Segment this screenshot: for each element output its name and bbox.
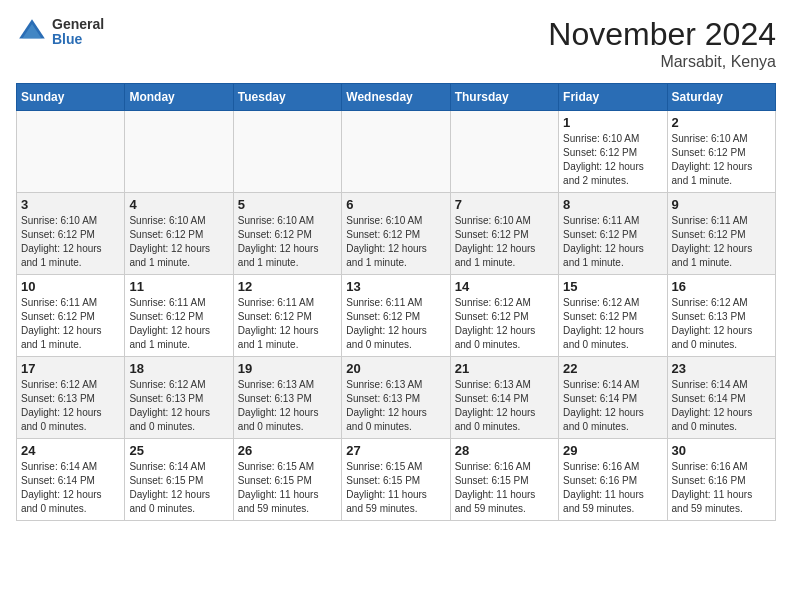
day-number: 2 (672, 115, 771, 130)
day-number: 25 (129, 443, 228, 458)
day-info: Sunrise: 6:13 AM Sunset: 6:14 PM Dayligh… (455, 378, 554, 434)
weekday-thursday: Thursday (450, 84, 558, 111)
day-cell (125, 111, 233, 193)
day-info: Sunrise: 6:14 AM Sunset: 6:15 PM Dayligh… (129, 460, 228, 516)
day-number: 7 (455, 197, 554, 212)
day-number: 8 (563, 197, 662, 212)
day-cell: 8Sunrise: 6:11 AM Sunset: 6:12 PM Daylig… (559, 193, 667, 275)
day-cell: 22Sunrise: 6:14 AM Sunset: 6:14 PM Dayli… (559, 357, 667, 439)
day-number: 4 (129, 197, 228, 212)
day-number: 18 (129, 361, 228, 376)
day-cell: 7Sunrise: 6:10 AM Sunset: 6:12 PM Daylig… (450, 193, 558, 275)
day-cell: 21Sunrise: 6:13 AM Sunset: 6:14 PM Dayli… (450, 357, 558, 439)
day-number: 17 (21, 361, 120, 376)
day-info: Sunrise: 6:15 AM Sunset: 6:15 PM Dayligh… (346, 460, 445, 516)
day-info: Sunrise: 6:11 AM Sunset: 6:12 PM Dayligh… (129, 296, 228, 352)
day-number: 5 (238, 197, 337, 212)
day-cell: 23Sunrise: 6:14 AM Sunset: 6:14 PM Dayli… (667, 357, 775, 439)
day-cell: 13Sunrise: 6:11 AM Sunset: 6:12 PM Dayli… (342, 275, 450, 357)
logo: General Blue (16, 16, 104, 48)
weekday-header-row: SundayMondayTuesdayWednesdayThursdayFrid… (17, 84, 776, 111)
week-row-2: 3Sunrise: 6:10 AM Sunset: 6:12 PM Daylig… (17, 193, 776, 275)
day-info: Sunrise: 6:12 AM Sunset: 6:13 PM Dayligh… (129, 378, 228, 434)
day-info: Sunrise: 6:13 AM Sunset: 6:13 PM Dayligh… (238, 378, 337, 434)
day-cell: 6Sunrise: 6:10 AM Sunset: 6:12 PM Daylig… (342, 193, 450, 275)
day-cell: 28Sunrise: 6:16 AM Sunset: 6:15 PM Dayli… (450, 439, 558, 521)
day-cell: 17Sunrise: 6:12 AM Sunset: 6:13 PM Dayli… (17, 357, 125, 439)
day-number: 19 (238, 361, 337, 376)
day-cell: 18Sunrise: 6:12 AM Sunset: 6:13 PM Dayli… (125, 357, 233, 439)
logo-general: General (52, 17, 104, 32)
day-cell: 1Sunrise: 6:10 AM Sunset: 6:12 PM Daylig… (559, 111, 667, 193)
page-header: General Blue November 2024 Marsabit, Ken… (16, 16, 776, 71)
day-info: Sunrise: 6:14 AM Sunset: 6:14 PM Dayligh… (672, 378, 771, 434)
logo-text: General Blue (52, 17, 104, 48)
day-info: Sunrise: 6:14 AM Sunset: 6:14 PM Dayligh… (21, 460, 120, 516)
day-info: Sunrise: 6:13 AM Sunset: 6:13 PM Dayligh… (346, 378, 445, 434)
weekday-wednesday: Wednesday (342, 84, 450, 111)
day-cell: 3Sunrise: 6:10 AM Sunset: 6:12 PM Daylig… (17, 193, 125, 275)
day-number: 3 (21, 197, 120, 212)
day-number: 22 (563, 361, 662, 376)
day-info: Sunrise: 6:15 AM Sunset: 6:15 PM Dayligh… (238, 460, 337, 516)
day-number: 14 (455, 279, 554, 294)
day-number: 28 (455, 443, 554, 458)
week-row-5: 24Sunrise: 6:14 AM Sunset: 6:14 PM Dayli… (17, 439, 776, 521)
day-cell: 27Sunrise: 6:15 AM Sunset: 6:15 PM Dayli… (342, 439, 450, 521)
day-cell (17, 111, 125, 193)
day-cell: 24Sunrise: 6:14 AM Sunset: 6:14 PM Dayli… (17, 439, 125, 521)
logo-blue: Blue (52, 32, 104, 47)
day-cell: 2Sunrise: 6:10 AM Sunset: 6:12 PM Daylig… (667, 111, 775, 193)
day-cell: 5Sunrise: 6:10 AM Sunset: 6:12 PM Daylig… (233, 193, 341, 275)
weekday-friday: Friday (559, 84, 667, 111)
day-number: 11 (129, 279, 228, 294)
day-info: Sunrise: 6:12 AM Sunset: 6:12 PM Dayligh… (563, 296, 662, 352)
day-number: 15 (563, 279, 662, 294)
week-row-4: 17Sunrise: 6:12 AM Sunset: 6:13 PM Dayli… (17, 357, 776, 439)
day-cell (450, 111, 558, 193)
week-row-3: 10Sunrise: 6:11 AM Sunset: 6:12 PM Dayli… (17, 275, 776, 357)
day-number: 16 (672, 279, 771, 294)
day-info: Sunrise: 6:10 AM Sunset: 6:12 PM Dayligh… (238, 214, 337, 270)
calendar-table: SundayMondayTuesdayWednesdayThursdayFrid… (16, 83, 776, 521)
logo-icon (16, 16, 48, 48)
day-number: 27 (346, 443, 445, 458)
day-info: Sunrise: 6:12 AM Sunset: 6:12 PM Dayligh… (455, 296, 554, 352)
day-info: Sunrise: 6:10 AM Sunset: 6:12 PM Dayligh… (672, 132, 771, 188)
day-info: Sunrise: 6:16 AM Sunset: 6:16 PM Dayligh… (563, 460, 662, 516)
day-info: Sunrise: 6:12 AM Sunset: 6:13 PM Dayligh… (672, 296, 771, 352)
day-info: Sunrise: 6:16 AM Sunset: 6:15 PM Dayligh… (455, 460, 554, 516)
day-info: Sunrise: 6:10 AM Sunset: 6:12 PM Dayligh… (129, 214, 228, 270)
day-info: Sunrise: 6:10 AM Sunset: 6:12 PM Dayligh… (21, 214, 120, 270)
day-info: Sunrise: 6:11 AM Sunset: 6:12 PM Dayligh… (672, 214, 771, 270)
day-number: 12 (238, 279, 337, 294)
day-number: 24 (21, 443, 120, 458)
day-cell: 15Sunrise: 6:12 AM Sunset: 6:12 PM Dayli… (559, 275, 667, 357)
day-number: 26 (238, 443, 337, 458)
day-cell: 25Sunrise: 6:14 AM Sunset: 6:15 PM Dayli… (125, 439, 233, 521)
day-info: Sunrise: 6:10 AM Sunset: 6:12 PM Dayligh… (563, 132, 662, 188)
title-block: November 2024 Marsabit, Kenya (548, 16, 776, 71)
day-info: Sunrise: 6:16 AM Sunset: 6:16 PM Dayligh… (672, 460, 771, 516)
day-info: Sunrise: 6:11 AM Sunset: 6:12 PM Dayligh… (238, 296, 337, 352)
day-info: Sunrise: 6:14 AM Sunset: 6:14 PM Dayligh… (563, 378, 662, 434)
day-number: 29 (563, 443, 662, 458)
week-row-1: 1Sunrise: 6:10 AM Sunset: 6:12 PM Daylig… (17, 111, 776, 193)
day-info: Sunrise: 6:11 AM Sunset: 6:12 PM Dayligh… (21, 296, 120, 352)
day-cell: 20Sunrise: 6:13 AM Sunset: 6:13 PM Dayli… (342, 357, 450, 439)
day-cell: 10Sunrise: 6:11 AM Sunset: 6:12 PM Dayli… (17, 275, 125, 357)
day-number: 1 (563, 115, 662, 130)
day-info: Sunrise: 6:11 AM Sunset: 6:12 PM Dayligh… (563, 214, 662, 270)
day-cell (342, 111, 450, 193)
day-cell: 11Sunrise: 6:11 AM Sunset: 6:12 PM Dayli… (125, 275, 233, 357)
day-number: 10 (21, 279, 120, 294)
day-cell: 9Sunrise: 6:11 AM Sunset: 6:12 PM Daylig… (667, 193, 775, 275)
weekday-tuesday: Tuesday (233, 84, 341, 111)
day-info: Sunrise: 6:11 AM Sunset: 6:12 PM Dayligh… (346, 296, 445, 352)
day-cell: 16Sunrise: 6:12 AM Sunset: 6:13 PM Dayli… (667, 275, 775, 357)
day-cell: 29Sunrise: 6:16 AM Sunset: 6:16 PM Dayli… (559, 439, 667, 521)
day-cell: 30Sunrise: 6:16 AM Sunset: 6:16 PM Dayli… (667, 439, 775, 521)
day-number: 20 (346, 361, 445, 376)
day-cell: 19Sunrise: 6:13 AM Sunset: 6:13 PM Dayli… (233, 357, 341, 439)
weekday-monday: Monday (125, 84, 233, 111)
